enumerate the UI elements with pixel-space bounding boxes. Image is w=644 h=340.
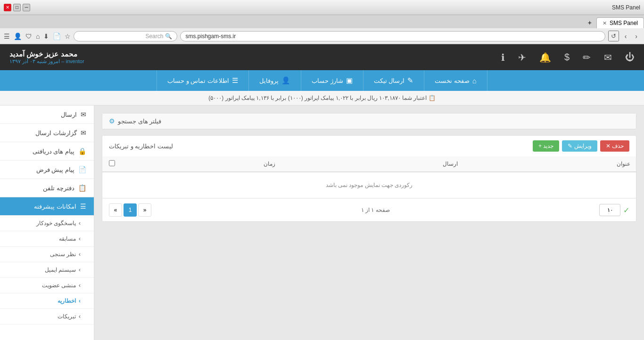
bell-icon[interactable]: 🔔 [539, 52, 551, 63]
download-icon[interactable]: ⬇ [43, 32, 49, 40]
reader-icon[interactable]: 📄 [53, 32, 61, 40]
power-icon[interactable]: ⏻ [625, 52, 635, 63]
sidebar-item-send[interactable]: ✉ ارسال [0, 105, 94, 124]
sidebar-sub-alert[interactable]: › اخطاریه [0, 293, 94, 309]
nav-contact[interactable]: ☰ اطلاعات تماس و حساب [157, 70, 248, 91]
close-button[interactable]: ✕ [4, 4, 11, 11]
profile-icon[interactable]: 👤 [14, 32, 22, 40]
active-tab[interactable]: SMS Panel ✕ [596, 17, 644, 28]
alert-arrow-icon: › [79, 298, 81, 304]
shield-icon[interactable]: 🛡 [25, 32, 32, 40]
app: ⏻ ✉ ✏ $ 🔔 ✈ ℹ محمد عزیز خوش آمدید invent… [0, 44, 644, 340]
sidebar-sub-email[interactable]: › سیستم ایمیل [0, 262, 94, 278]
nav-home-label: صفحه نخست [435, 77, 470, 84]
advanced-sidebar-icon: ☰ [80, 202, 86, 210]
new-button[interactable]: + جدید [533, 140, 559, 152]
sidebar-alert-label: اخطاریه [58, 298, 76, 304]
filter-title: فیلتر های جستجو [118, 118, 161, 125]
prev-page-button[interactable]: « [109, 203, 122, 217]
title-bar: SMS Panel ─ □ ✕ [0, 0, 644, 15]
page-1-button[interactable]: 1 [124, 203, 137, 217]
nav-ticket-label: ارسال تیکت [374, 77, 405, 84]
membership-arrow-icon: › [79, 282, 81, 289]
data-table: عنوان ارسال زمان رکوردی جهت نمایش موجود … [102, 156, 636, 198]
nav-contact-label: اطلاعات تماس و حساب [167, 77, 229, 84]
forward-button[interactable]: › [622, 32, 630, 41]
inbox-sidebar-icon: 🔒 [78, 147, 86, 155]
nav-bar: ⌂ صفحه نخست ✎ ارسال تیکت ▣ شارژ حساب 👤 پ… [0, 70, 644, 91]
table-title: لیست اخطاریه و تبریکات [109, 143, 173, 150]
app-header: ⏻ ✉ ✏ $ 🔔 ✈ ℹ محمد عزیز خوش آمدید invent… [0, 44, 644, 70]
button-group: + جدید ✎ ویرایش ✕ حذف [533, 140, 629, 152]
empty-row: رکوردی جهت نمایش موجود نمی باشد [102, 172, 636, 198]
sidebar-item-phonebook[interactable]: 📋 دفترچه تلفن [0, 179, 94, 197]
back-button[interactable]: ‹ [632, 32, 640, 41]
select-all-checkbox[interactable] [109, 160, 115, 166]
pagination: « 1 » [109, 203, 151, 217]
url-input[interactable] [180, 31, 605, 41]
bookmark-icon[interactable]: ☆ [65, 32, 71, 40]
send-sidebar-icon: ✉ [81, 111, 86, 118]
table-panel: + جدید ✎ ویرایش ✕ حذف لیست اخطاریه و تبر… [102, 135, 636, 222]
reports-sidebar-icon: ✉ [81, 129, 86, 137]
tag-icon[interactable]: ✏ [583, 52, 591, 63]
autoresponder-arrow-icon: › [79, 220, 81, 227]
sidebar-sub-contest[interactable]: › مسابقه [0, 231, 94, 247]
templates-sidebar-icon: 📄 [78, 166, 86, 173]
nav-ticket[interactable]: ✎ ارسال تیکت [363, 70, 424, 91]
delete-button[interactable]: ✕ حذف [600, 140, 629, 152]
pagination-bar: ✓ صفحه ۱ از ۱ « 1 » [102, 198, 636, 221]
dollar-icon[interactable]: $ [564, 52, 570, 63]
sidebar-item-advanced[interactable]: ☰ امکانات پیشرفته [0, 197, 94, 216]
edit-button[interactable]: ✎ ویرایش [562, 140, 597, 152]
nav-profile[interactable]: 👤 پروفایل [248, 70, 301, 91]
window-controls: ─ □ ✕ [4, 4, 30, 11]
sidebar-sub-greetings[interactable]: › تبریکات [0, 309, 94, 324]
col-checkbox[interactable] [102, 156, 121, 172]
sidebar-item-inbox[interactable]: 🔒 پیام های دریافتی [0, 142, 94, 161]
address-bar: ‹ › ↺ 🔍 Search ☆ 📄 ⬇ ⌂ 🛡 👤 ☰ [0, 28, 644, 44]
new-tab-button[interactable]: + [584, 17, 595, 28]
nav-charge[interactable]: ▣ شارژ حساب [301, 70, 363, 91]
page-size-input[interactable] [599, 204, 620, 216]
home-icon[interactable]: ⌂ [36, 32, 40, 40]
info-icon[interactable]: ℹ [501, 52, 505, 63]
sidebar-templates-label: پیام پیش فرض [36, 166, 74, 173]
envelope-icon[interactable]: ✉ [604, 52, 612, 63]
credit-bar: 📋 اعتبار شما ۱۰۳,۱۸۷۰ ریال برابر با ۱,۰۲… [0, 91, 644, 105]
reload-button[interactable]: ↺ [608, 31, 619, 41]
send-icon[interactable]: ✈ [518, 52, 526, 63]
email-arrow-icon: › [79, 267, 81, 273]
search-icon: 🔍 [165, 33, 172, 40]
main-layout: فیلتر های جستجو ⚙ + جدید ✎ ویرایش ✕ حذف … [0, 105, 644, 340]
sidebar-sub-survey[interactable]: › نظر سنجی [0, 247, 94, 262]
sidebar-item-templates[interactable]: 📄 پیام پیش فرض [0, 161, 94, 179]
title-bar-left: SMS Panel [612, 4, 640, 11]
browser-chrome: SMS Panel ─ □ ✕ SMS Panel ✕ + ‹ › ↺ 🔍 Se… [0, 0, 644, 44]
sidebar-sub-membership[interactable]: › منشی عضویت [0, 278, 94, 293]
sidebar: ✉ ارسال ✉ گزارشات ارسال 🔒 پیام های دریاف… [0, 105, 94, 340]
sidebar-item-reports[interactable]: ✉ گزارشات ارسال [0, 124, 94, 142]
page-size-area: ✓ [599, 204, 629, 216]
nav-profile-label: پروفایل [259, 77, 279, 84]
search-box[interactable]: 🔍 Search [74, 31, 177, 41]
sidebar-inbox-label: پیام های دریافتی [33, 148, 74, 155]
maximize-button[interactable]: □ [13, 4, 21, 11]
nav-home[interactable]: ⌂ صفحه نخست [424, 70, 487, 91]
sidebar-sub-autoresponder[interactable]: › پاسخگوی خودکار [0, 216, 94, 231]
sidebar-survey-label: نظر سنجی [50, 251, 76, 258]
sidebar-send-label: ارسال [61, 111, 77, 118]
menu-icon[interactable]: ☰ [4, 32, 10, 40]
profile-nav-icon: 👤 [281, 76, 290, 85]
col-title: عنوان [463, 156, 636, 172]
empty-message: رکوردی جهت نمایش موجود نمی باشد [102, 172, 636, 198]
tab-close-button[interactable]: ✕ [603, 20, 607, 26]
header-user: محمد عزیز خوش آمدید inventor – امروز شنب… [9, 50, 84, 65]
next-page-button[interactable]: » [138, 203, 151, 217]
contest-arrow-icon: › [79, 235, 81, 242]
browser-toolbar: ☆ 📄 ⬇ ⌂ 🛡 👤 ☰ [4, 32, 71, 40]
greetings-arrow-icon: › [79, 313, 81, 320]
header-icons: ⏻ ✉ ✏ $ 🔔 ✈ ℹ [501, 52, 635, 63]
confirm-page-size-button[interactable]: ✓ [623, 206, 629, 215]
minimize-button[interactable]: ─ [23, 4, 30, 11]
